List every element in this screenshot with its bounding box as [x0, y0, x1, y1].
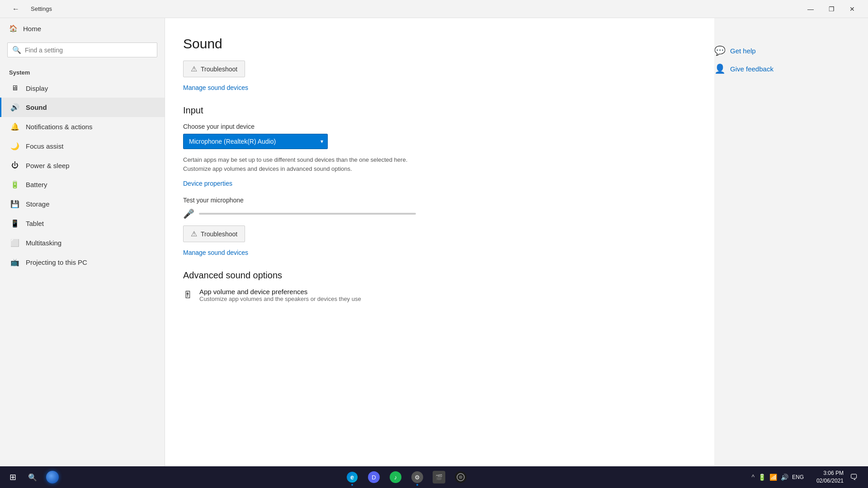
minimize-button[interactable]: —	[800, 0, 821, 18]
projecting-icon: 📺	[10, 258, 19, 267]
warning-icon: ⚠	[191, 65, 197, 73]
sidebar-item-notifications[interactable]: 🔔 Notifications & actions	[0, 117, 165, 136]
mic-test-label: Test your microphone	[183, 197, 687, 204]
sidebar-item-label: Storage	[26, 200, 50, 208]
multitasking-icon: ⬜	[10, 239, 19, 247]
give-feedback-link[interactable]: Give feedback	[730, 65, 774, 73]
get-help-row[interactable]: 💬 Get help	[714, 45, 854, 56]
sidebar-item-display[interactable]: 🖥 Display	[0, 79, 165, 98]
sidebar-item-power[interactable]: ⏻ Power & sleep	[0, 156, 165, 175]
search-input[interactable]	[25, 47, 152, 54]
svg-text:D: D	[372, 474, 376, 481]
svg-point-12	[459, 475, 462, 479]
sidebar-item-battery[interactable]: 🔋 Battery	[0, 175, 165, 194]
edge-indicator	[351, 484, 353, 486]
taskbar-app-discord[interactable]: D	[364, 468, 383, 487]
spotify-icon: ♪	[389, 471, 402, 483]
back-button[interactable]: ←	[5, 0, 26, 18]
app-body: 🏠 Home 🔍 System 🖥 Display 🔊 Sound 🔔 Noti…	[0, 18, 868, 466]
manage-sound-devices-link[interactable]: Manage sound devices	[183, 84, 248, 91]
cortana-button[interactable]	[43, 468, 61, 486]
microphone-icon: 🎤	[183, 208, 194, 219]
focus-icon: 🌙	[10, 142, 19, 150]
sidebar-item-projecting[interactable]: 📺 Projecting to this PC	[0, 253, 165, 272]
taskbar-app-spotify[interactable]: ♪	[386, 468, 405, 487]
home-icon: 🏠	[9, 24, 18, 33]
sidebar-item-label: Focus assist	[26, 142, 63, 150]
maximize-button[interactable]: ❐	[821, 0, 842, 18]
app-volume-row[interactable]: 🎚 App volume and device preferences Cust…	[183, 288, 687, 302]
sidebar-item-label: Battery	[26, 181, 47, 188]
battery-icon: 🔋	[10, 180, 19, 189]
sidebar-item-storage[interactable]: 💾 Storage	[0, 194, 165, 214]
sidebar-item-sound[interactable]: 🔊 Sound	[0, 98, 165, 117]
app-volume-title: App volume and device preferences	[199, 288, 361, 296]
svg-text:🎬: 🎬	[435, 474, 443, 481]
input-description: Certain apps may be set up to use differ…	[183, 155, 418, 173]
tray-battery-icon: 🔋	[758, 474, 766, 481]
storage-icon: 💾	[10, 200, 19, 208]
give-feedback-row[interactable]: 👤 Give feedback	[714, 63, 854, 74]
manage-sound-devices-link-2[interactable]: Manage sound devices	[183, 249, 248, 256]
sidebar-item-multitasking[interactable]: ⬜ Multitasking	[0, 233, 165, 253]
tray-time-text: 3:06 PM	[823, 469, 844, 477]
troubleshoot-input-button[interactable]: ⚠ Troubleshoot	[183, 225, 245, 242]
mic-bar-row: 🎤	[183, 208, 687, 219]
taskbar-app-settings[interactable]: ⚙	[408, 468, 427, 487]
taskbar-search-button[interactable]: 🔍	[24, 468, 42, 486]
sidebar: 🏠 Home 🔍 System 🖥 Display 🔊 Sound 🔔 Noti…	[0, 18, 165, 466]
taskbar-app-film[interactable]: 🎬	[429, 468, 448, 487]
input-device-dropdown[interactable]: Microphone (Realtek(R) Audio)	[183, 134, 328, 149]
close-button[interactable]: ✕	[842, 0, 863, 18]
home-label: Home	[23, 25, 41, 33]
taskbar-tray: ^ 🔋 📶 🔊 ENG 3:06 PM 02/06/2021 🗨	[751, 469, 864, 485]
title-bar: ← Settings — ❐ ✕	[0, 0, 868, 18]
sidebar-item-tablet[interactable]: 📱 Tablet	[0, 214, 165, 233]
cortana2-icon	[454, 471, 467, 483]
tray-lang[interactable]: ENG	[792, 474, 804, 480]
svg-text:e: e	[350, 474, 354, 481]
sidebar-item-label: Display	[26, 84, 48, 92]
taskbar-app-edge[interactable]: e	[343, 468, 362, 487]
tray-date-text: 02/06/2021	[816, 477, 844, 485]
device-properties-link[interactable]: Device properties	[183, 180, 232, 187]
settings-icon: ⚙	[411, 471, 424, 483]
troubleshoot-output-button[interactable]: ⚠ Troubleshoot	[183, 61, 245, 77]
taskbar-apps: e D ♪ ⚙ 🎬	[63, 468, 750, 487]
edge-icon: e	[346, 471, 358, 483]
give-feedback-icon: 👤	[714, 63, 726, 74]
power-icon: ⏻	[10, 161, 19, 169]
cortana-orb	[46, 471, 59, 483]
sidebar-item-label: Notifications & actions	[26, 123, 93, 131]
sidebar-item-label: Projecting to this PC	[26, 258, 87, 266]
svg-text:⚙: ⚙	[415, 474, 420, 481]
input-section-title: Input	[183, 105, 687, 116]
svg-text:♪: ♪	[394, 474, 397, 481]
tray-notification-icon[interactable]: 🗨	[847, 473, 861, 482]
input-device-label: Choose your input device	[183, 123, 687, 130]
right-panel: 💬 Get help 👤 Give feedback	[714, 18, 868, 466]
taskbar: ⊞ 🔍 e D	[0, 466, 868, 488]
page-title: Sound	[183, 36, 687, 52]
get-help-icon: 💬	[714, 45, 726, 56]
taskbar-app-cortana2[interactable]	[451, 468, 470, 487]
tablet-icon: 📱	[10, 219, 19, 228]
input-device-dropdown-wrapper[interactable]: Microphone (Realtek(R) Audio)	[183, 134, 328, 149]
sidebar-home-button[interactable]: 🏠 Home	[0, 18, 165, 39]
discord-icon: D	[368, 471, 380, 483]
sound-icon: 🔊	[10, 103, 19, 112]
sidebar-item-focus[interactable]: 🌙 Focus assist	[0, 136, 165, 156]
start-button[interactable]: ⊞	[4, 468, 22, 486]
get-help-link[interactable]: Get help	[730, 47, 756, 55]
sidebar-item-label: Tablet	[26, 220, 44, 227]
troubleshoot-output-label: Troubleshoot	[201, 66, 237, 73]
title-bar-title: Settings	[31, 5, 52, 12]
tray-time[interactable]: 3:06 PM 02/06/2021	[807, 469, 844, 485]
sidebar-item-label: Sound	[26, 103, 47, 111]
settings-indicator	[416, 484, 418, 486]
tray-chevron[interactable]: ^	[751, 474, 755, 481]
sidebar-category: System	[0, 65, 165, 79]
app-volume-icon: 🎚	[183, 289, 193, 301]
sidebar-search[interactable]: 🔍	[7, 42, 157, 57]
film-icon: 🎬	[433, 471, 445, 483]
